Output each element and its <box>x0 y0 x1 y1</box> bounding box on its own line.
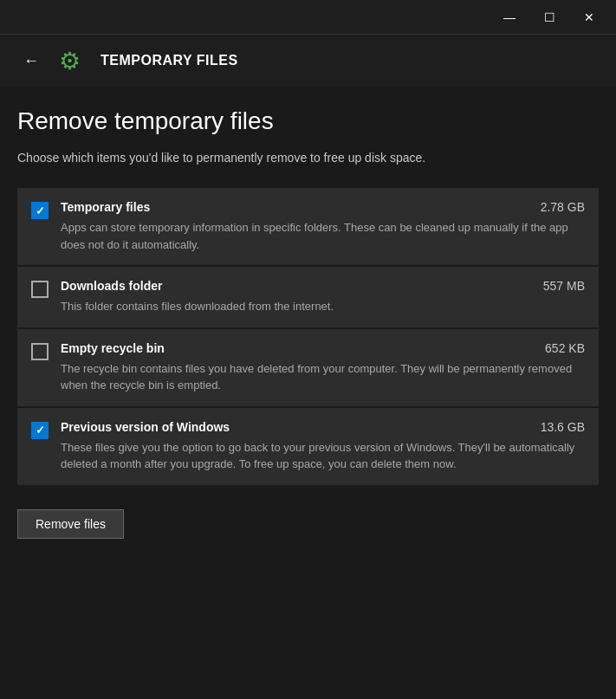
item-name: Temporary files <box>61 200 150 214</box>
list-item[interactable]: Empty recycle bin652 KBThe recycle bin c… <box>17 329 599 406</box>
item-header: Downloads folder557 MB <box>61 279 585 293</box>
checkbox-item-2[interactable] <box>31 343 49 360</box>
page-description: Choose which items you'd like to permane… <box>17 149 599 167</box>
item-content: Temporary files2.78 GBApps can store tem… <box>61 200 585 253</box>
items-list: Temporary files2.78 GBApps can store tem… <box>17 188 599 485</box>
remove-files-button[interactable]: Remove files <box>17 509 124 539</box>
item-name: Previous version of Windows <box>61 420 230 434</box>
item-description: The recycle bin contains files you have … <box>61 360 585 394</box>
app-header: ← ⚙ TEMPORARY FILES <box>0 35 616 87</box>
item-description: This folder contains files downloaded fr… <box>61 298 585 315</box>
title-bar-controls: — ☐ ✕ <box>490 0 609 35</box>
list-item[interactable]: Downloads folder557 MBThis folder contai… <box>17 267 599 327</box>
item-name: Empty recycle bin <box>61 341 165 355</box>
item-name: Downloads folder <box>61 279 162 293</box>
item-header: Temporary files2.78 GB <box>61 200 585 214</box>
maximize-button[interactable]: ☐ <box>529 0 569 35</box>
item-header: Previous version of Windows13.6 GB <box>61 420 585 434</box>
checkbox-item-1[interactable] <box>31 281 49 298</box>
checkbox-wrap <box>31 281 49 298</box>
list-item[interactable]: Temporary files2.78 GBApps can store tem… <box>17 188 599 265</box>
header-title: TEMPORARY FILES <box>101 53 238 68</box>
item-content: Previous version of Windows13.6 GBThese … <box>61 420 585 473</box>
checkbox-wrap <box>31 343 49 360</box>
page-title: Remove temporary files <box>17 107 599 135</box>
gear-icon: ⚙ <box>59 47 87 74</box>
item-content: Downloads folder557 MBThis folder contai… <box>61 279 585 315</box>
item-description: Apps can store temporary information in … <box>61 219 585 253</box>
title-bar: — ☐ ✕ <box>0 0 616 35</box>
item-size: 13.6 GB <box>541 420 585 434</box>
checkbox-wrap <box>31 202 49 219</box>
main-content: Remove temporary files Choose which item… <box>0 87 616 699</box>
item-size: 652 KB <box>545 341 585 355</box>
checkbox-item-0[interactable] <box>31 202 49 219</box>
checkbox-item-3[interactable] <box>31 422 49 439</box>
item-size: 2.78 GB <box>541 200 585 214</box>
item-description: These files give you the option to go ba… <box>61 439 585 473</box>
close-button[interactable]: ✕ <box>569 0 609 35</box>
item-size: 557 MB <box>543 279 585 293</box>
item-content: Empty recycle bin652 KBThe recycle bin c… <box>61 341 585 394</box>
item-header: Empty recycle bin652 KB <box>61 341 585 355</box>
checkbox-wrap <box>31 422 49 439</box>
back-button[interactable]: ← <box>17 47 45 74</box>
minimize-button[interactable]: — <box>490 0 529 35</box>
list-item[interactable]: Previous version of Windows13.6 GBThese … <box>17 408 599 485</box>
